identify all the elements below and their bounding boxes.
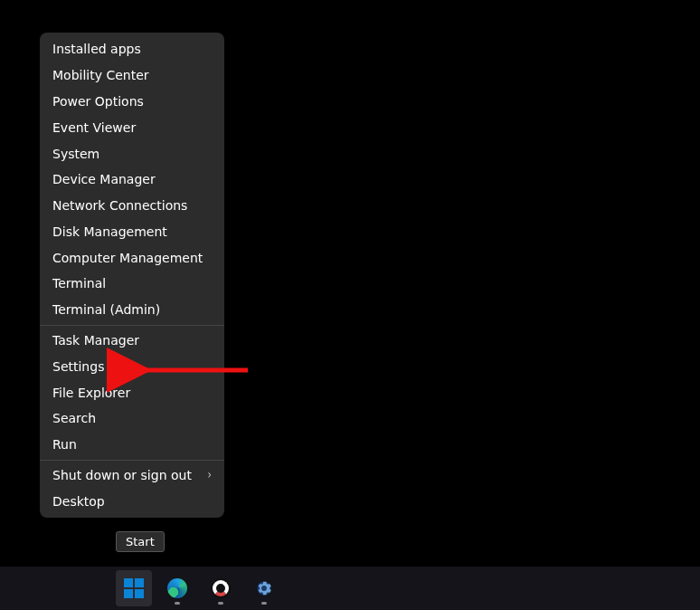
menu-item-label: Power Options bbox=[52, 94, 144, 109]
menu-item-label: File Explorer bbox=[52, 386, 130, 400]
menu-item-computer-management[interactable]: Computer Management bbox=[40, 244, 224, 271]
menu-item-label: Device Manager bbox=[52, 172, 156, 186]
menu-item-search[interactable]: Search bbox=[40, 405, 224, 432]
menu-item-label: Network Connections bbox=[52, 198, 187, 213]
start-button[interactable] bbox=[116, 570, 152, 606]
menu-item-label: Disk Management bbox=[52, 224, 167, 239]
menu-item-label: Mobility Center bbox=[52, 68, 149, 82]
menu-item-system[interactable]: System bbox=[40, 140, 224, 167]
taskbar-settings-button[interactable] bbox=[246, 570, 282, 606]
menu-item-label: Search bbox=[52, 411, 96, 425]
app-circle-icon bbox=[211, 578, 231, 598]
menu-item-network-connections[interactable]: Network Connections bbox=[40, 193, 224, 219]
running-indicator bbox=[218, 602, 223, 605]
gear-icon bbox=[255, 579, 273, 597]
menu-item-installed-apps[interactable]: Installed apps bbox=[40, 36, 224, 62]
menu-item-terminal[interactable]: Terminal bbox=[40, 271, 224, 297]
start-tooltip: Start bbox=[116, 531, 165, 552]
menu-item-task-manager[interactable]: Task Manager bbox=[40, 328, 224, 354]
menu-item-label: Terminal (Admin) bbox=[52, 302, 160, 317]
taskbar-app-button[interactable] bbox=[203, 570, 239, 606]
taskbar bbox=[0, 567, 700, 610]
menu-item-label: Installed apps bbox=[52, 42, 141, 56]
menu-separator bbox=[40, 325, 224, 326]
taskbar-edge-button[interactable] bbox=[159, 570, 195, 606]
menu-item-label: Computer Management bbox=[52, 251, 203, 265]
menu-item-shutdown-signout[interactable]: Shut down or sign out › bbox=[40, 462, 224, 489]
menu-item-disk-management[interactable]: Disk Management bbox=[40, 218, 224, 244]
running-indicator bbox=[261, 602, 267, 605]
menu-item-file-explorer[interactable]: File Explorer bbox=[40, 379, 224, 405]
chevron-right-icon: › bbox=[208, 468, 212, 482]
menu-item-label: Event Viewer bbox=[52, 120, 136, 135]
menu-item-desktop[interactable]: Desktop bbox=[40, 488, 224, 514]
menu-item-event-viewer[interactable]: Event Viewer bbox=[40, 114, 224, 140]
menu-item-device-manager[interactable]: Device Manager bbox=[40, 167, 224, 193]
menu-item-mobility-center[interactable]: Mobility Center bbox=[40, 62, 224, 89]
windows-logo-icon bbox=[124, 578, 144, 598]
menu-item-label: Desktop bbox=[52, 494, 105, 509]
menu-separator bbox=[40, 460, 224, 461]
menu-item-terminal-admin[interactable]: Terminal (Admin) bbox=[40, 297, 224, 323]
menu-item-label: Shut down or sign out bbox=[52, 468, 192, 482]
menu-item-run[interactable]: Run bbox=[40, 432, 224, 458]
menu-item-label: Task Manager bbox=[52, 333, 139, 348]
menu-item-label: Run bbox=[52, 437, 77, 452]
menu-item-label: System bbox=[52, 147, 99, 161]
menu-item-label: Settings bbox=[52, 359, 104, 374]
running-indicator bbox=[175, 602, 180, 605]
winx-context-menu: Installed apps Mobility Center Power Opt… bbox=[40, 33, 224, 518]
menu-item-label: Terminal bbox=[52, 276, 106, 291]
edge-icon bbox=[167, 578, 187, 598]
menu-item-power-options[interactable]: Power Options bbox=[40, 89, 224, 115]
menu-item-settings[interactable]: Settings bbox=[40, 353, 224, 379]
